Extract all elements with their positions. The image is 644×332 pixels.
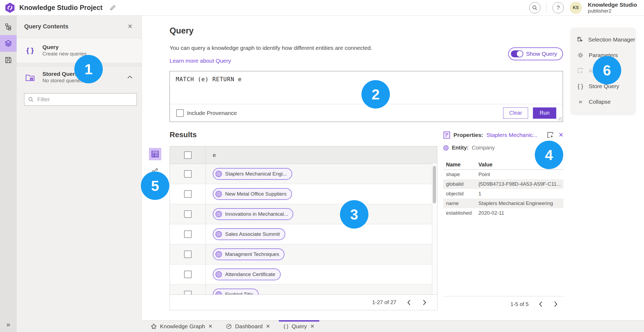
entity-pill[interactable]: Innovations in Mechanical... (213, 208, 293, 220)
property-row: globalid{5D9B4713-F98D-4A53-A59F-C11... (443, 179, 564, 189)
row-checkbox[interactable] (184, 210, 192, 218)
properties-entity-link[interactable]: Staplers Mechanic... (486, 132, 537, 138)
entity-pill[interactable]: Sales Associate Summit (213, 228, 285, 240)
row-checkbox[interactable] (184, 190, 192, 198)
property-row: established2020-02-11 (443, 208, 564, 218)
table-row[interactable]: Staplers Mechanical Engi... (170, 164, 437, 184)
user-block[interactable]: Knowledge Studio publisher2 (588, 2, 637, 14)
rail-save-button[interactable] (0, 52, 17, 68)
include-provenance-label: Include Provenance (187, 110, 237, 116)
properties-header: Properties: Staplers Mechanic... ✕ (443, 131, 564, 139)
table-row[interactable]: Innovations in Mechanical... (170, 204, 437, 224)
prev-page-button[interactable] (538, 300, 544, 308)
close-panel-button[interactable]: ✕ (126, 23, 134, 30)
entity-pill[interactable]: Attendance Certificate (213, 268, 281, 280)
annotation-badge-4: 4 (535, 141, 563, 169)
edit-title-button[interactable] (109, 5, 116, 11)
add-to-map-icon (577, 68, 584, 74)
scrollbar-thumb[interactable] (433, 166, 436, 203)
item-title: Query (42, 44, 59, 50)
row-checkbox[interactable] (184, 251, 192, 258)
chevron-left-icon (539, 301, 543, 307)
collapse-menu-button[interactable]: » Collapse (571, 94, 635, 110)
divider (546, 2, 547, 13)
entity-dot-icon (443, 145, 449, 151)
row-checkbox[interactable] (184, 271, 192, 278)
help-button[interactable]: ? (552, 2, 564, 13)
tab-dashboard[interactable]: Dashboard ✕ (221, 320, 275, 332)
table-row[interactable]: Firebird Title (170, 285, 437, 295)
brand: Knowledge Studio Project (0, 2, 116, 13)
help-icon: ? (557, 4, 560, 11)
search-button[interactable] (529, 2, 540, 13)
select-all-checkbox[interactable] (184, 151, 192, 159)
learn-more-link[interactable]: Learn more about Query (170, 58, 231, 64)
filter-input[interactable] (37, 96, 133, 103)
pagination-text: 1-27 of 27 (372, 299, 396, 305)
close-icon[interactable]: ✕ (208, 323, 213, 329)
add-to-map-icon (547, 132, 554, 139)
entity-type: Company (472, 145, 495, 151)
property-row: objectid1 (443, 189, 564, 199)
table-row[interactable]: Managment Techniques (170, 244, 437, 264)
entity-dot-icon (215, 171, 222, 177)
close-properties-button[interactable]: ✕ (559, 132, 564, 139)
annotation-badge-6: 6 (593, 56, 621, 84)
resize-handle[interactable] (558, 117, 562, 121)
panel-title: Query Contents (24, 23, 68, 30)
entity-dot-icon (215, 251, 222, 258)
close-icon[interactable]: ✕ (310, 323, 314, 329)
selection-manager-button[interactable]: Selection Manager (571, 32, 635, 47)
entity-pill[interactable]: Managment Techniques (213, 248, 284, 260)
entity-pill[interactable]: Staplers Mechanical Engi... (213, 168, 292, 180)
row-checkbox[interactable] (184, 230, 192, 238)
tab-knowledge-graph[interactable]: Knowledge Graph ✕ (146, 320, 217, 332)
entity-dot-icon (215, 211, 222, 217)
knowledge-studio-app: Knowledge Studio Project ? KS Knowledge … (0, 0, 644, 332)
property-row: shapePoint (443, 170, 564, 180)
layers-icon (5, 40, 12, 47)
scrollbar-track[interactable] (432, 164, 437, 294)
rail-layers-button[interactable] (0, 35, 17, 52)
show-query-toggle[interactable]: Show Query (508, 47, 563, 60)
next-page-button[interactable] (422, 299, 427, 307)
chevron-right-icon (554, 301, 558, 307)
table-row[interactable]: New Metal Office Suppliers (170, 184, 437, 204)
results-table: e Staplers Mechanical Engi... New Metal … (170, 146, 437, 295)
close-icon[interactable]: ✕ (266, 323, 270, 329)
tab-label: Query (292, 323, 307, 330)
property-row: nameStaplers Mechanical Engineering (443, 199, 564, 208)
avatar[interactable]: KS (570, 2, 582, 14)
pencil-icon (109, 5, 116, 11)
table-row[interactable]: Sales Associate Summit (170, 224, 437, 244)
rail-catalog-button[interactable] (0, 18, 17, 35)
hierarchy-icon (5, 23, 12, 30)
tab-bar: Knowledge Graph ✕ Dashboard ✕ { } Query … (142, 320, 644, 332)
chevron-up-icon (127, 76, 133, 79)
annotation-badge-5: 5 (141, 171, 169, 200)
curly-braces-icon: { } (284, 323, 288, 329)
row-checkbox[interactable] (184, 291, 192, 295)
tab-query[interactable]: { } Query ✕ (279, 320, 319, 332)
table-view-button[interactable] (149, 148, 161, 160)
next-page-button[interactable] (553, 300, 559, 308)
properties-label: Properties: (453, 132, 483, 138)
expand-rail-button[interactable]: » (0, 319, 17, 330)
table-icon (151, 151, 159, 158)
gear-icon (577, 52, 584, 58)
add-to-new-map-button[interactable] (547, 132, 554, 139)
collapse-section-button[interactable] (126, 75, 134, 79)
prev-page-button[interactable] (406, 299, 412, 307)
clear-button[interactable]: Clear (503, 107, 528, 119)
include-provenance-checkbox[interactable] (176, 109, 184, 117)
entity-dot-icon (215, 231, 222, 237)
row-checkbox[interactable] (184, 170, 192, 178)
run-button[interactable]: Run (533, 107, 556, 119)
tab-label: Knowledge Graph (160, 323, 205, 330)
results-table-header: e (170, 146, 437, 164)
chevron-right-icon (423, 300, 426, 305)
entity-pill[interactable]: New Metal Office Suppliers (213, 188, 292, 200)
user-name: Knowledge Studio (588, 2, 637, 8)
table-row[interactable]: Attendance Certificate (170, 264, 437, 285)
entity-pill[interactable]: Firebird Title (213, 289, 259, 295)
